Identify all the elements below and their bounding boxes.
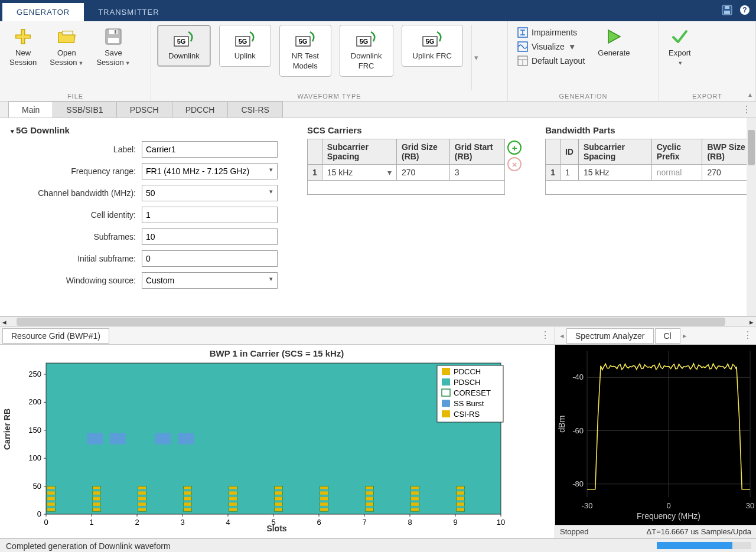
svg-rect-75 [366, 500, 374, 502]
svg-rect-79 [411, 489, 419, 491]
5g-icon: 5G [421, 30, 444, 48]
svg-rect-127 [442, 378, 450, 386]
export-button[interactable]: Export▼ [665, 25, 695, 70]
chart-ylabel: Carrier RB [2, 409, 12, 450]
resource-grid-chart: 050100150200250012345678910PDCCHPDSCHCOR… [5, 361, 549, 532]
waveform-more-button[interactable]: ▾ [471, 25, 481, 90]
svg-rect-74 [366, 495, 374, 497]
tab-transmitter[interactable]: TRANSMITTER [84, 3, 173, 21]
bwp-table-title: Bandwidth Parts [545, 125, 756, 135]
svg-text:PDCCH: PDCCH [454, 367, 481, 376]
add-row-button[interactable]: + [507, 141, 522, 155]
delete-row-button[interactable]: × [507, 157, 522, 171]
spectrum-tab[interactable]: Spectrum Analyzer [566, 328, 654, 344]
tab-menu-icon[interactable]: ⋮ [742, 104, 751, 115]
svg-rect-133 [442, 410, 450, 417]
svg-rect-135 [555, 345, 756, 525]
waveform-downlink-button[interactable]: 5G Downlink [157, 25, 211, 67]
spectrum-status-left: Stopped [560, 527, 588, 536]
svg-text:5G: 5G [238, 38, 247, 45]
waveform-nr-test-button[interactable]: 5G NR Test Models [279, 25, 331, 77]
new-session-button[interactable]: New Session [6, 25, 40, 70]
spectrum-tab2[interactable]: Cl [655, 328, 680, 344]
sub-tab-ssb[interactable]: SSB/SIB1 [53, 102, 116, 117]
svg-rect-63 [275, 500, 283, 502]
svg-rect-46 [138, 506, 146, 508]
svg-text:-80: -80 [572, 479, 584, 488]
sub-tab-pdcch[interactable]: PDCCH [172, 102, 229, 117]
generate-button[interactable]: Generate [594, 25, 633, 60]
svg-rect-81 [411, 500, 419, 502]
plus-icon [14, 27, 32, 46]
svg-text:5G: 5G [298, 38, 307, 45]
generation-group-label: GENERATION [514, 90, 653, 100]
svg-rect-125 [442, 368, 450, 375]
collapse-ribbon-button[interactable]: ▴ [748, 90, 752, 99]
svg-rect-70 [320, 506, 328, 508]
open-session-button[interactable]: Open Session▼ [46, 25, 87, 70]
svg-text:-40: -40 [572, 373, 584, 381]
svg-text:SS Burst: SS Burst [454, 399, 484, 408]
resource-grid-menu-icon[interactable]: ⋮ [540, 329, 550, 341]
visualize-button[interactable]: Visualize▼ [517, 41, 585, 52]
floppy-icon [104, 27, 123, 46]
save-icon[interactable] [721, 4, 734, 17]
cell-id-input[interactable] [142, 207, 278, 223]
svg-rect-76 [366, 506, 374, 508]
spectrum-chart: -80-60-40-30030dBmFrequency (MHz) [555, 345, 756, 525]
svg-rect-2 [725, 6, 729, 9]
spectrum-status-right: ΔT=16.6667 us Samples/Upda [647, 527, 751, 536]
svg-text:8: 8 [408, 518, 412, 527]
spectrum-menu-icon[interactable]: ⋮ [743, 329, 752, 341]
bwp-table[interactable]: IDSubcarrier SpacingCyclic PrefixBWP Siz… [545, 139, 756, 195]
svg-text:2: 2 [135, 518, 139, 527]
layout-icon [517, 55, 528, 66]
prev-panel-icon[interactable]: ◂ [558, 331, 566, 340]
svg-text:0: 0 [44, 518, 48, 527]
svg-text:10: 10 [497, 518, 505, 527]
svg-rect-33 [47, 500, 56, 502]
svg-text:5G: 5G [425, 38, 434, 45]
svg-text:-60: -60 [572, 426, 584, 435]
sub-tab-csirs[interactable]: CSI-RS [227, 102, 282, 117]
tab-generator[interactable]: GENERATOR [2, 3, 84, 21]
waveform-uplink-button[interactable]: 5G Uplink [219, 25, 271, 67]
5g-icon: 5G [354, 30, 378, 48]
svg-rect-45 [138, 500, 146, 502]
table-row[interactable]: 115 kHz ▾2703 [308, 165, 505, 181]
sub-tab-pdsch[interactable]: PDSCH [116, 102, 172, 117]
svg-rect-55 [229, 489, 237, 491]
help-icon[interactable]: ? [738, 4, 751, 17]
svg-text:1: 1 [89, 518, 93, 527]
svg-rect-50 [184, 495, 192, 497]
scs-table[interactable]: Subcarrier SpacingGrid Size (RB)Grid Sta… [307, 139, 505, 195]
horiz-scrollbar[interactable]: ◂ ▸ [0, 316, 756, 327]
svg-rect-85 [457, 489, 465, 491]
vert-scrollbar[interactable] [747, 118, 756, 316]
init-subframe-input[interactable] [142, 250, 278, 267]
svg-text:6: 6 [317, 518, 321, 527]
waveform-uplink-frc-button[interactable]: 5G Uplink FRC [402, 25, 463, 67]
sub-tab-main[interactable]: Main [8, 102, 53, 117]
subframes-input[interactable] [142, 228, 278, 245]
next-panel-icon[interactable]: ▸ [680, 331, 689, 340]
subframes-label: Subframes: [11, 232, 142, 241]
freq-range-select[interactable]: FR1 (410 MHz - 7.125 GHz) [142, 163, 278, 179]
resource-grid-tab[interactable]: Resource Grid (BWP#1) [2, 328, 109, 344]
svg-text:5G: 5G [177, 38, 186, 45]
progress-bar [657, 542, 751, 549]
svg-text:9: 9 [453, 518, 457, 527]
waveform-downlink-frc-button[interactable]: 5G Downlink FRC [340, 25, 393, 77]
svg-text:?: ? [742, 6, 747, 14]
impairments-button[interactable]: Impairments [517, 27, 585, 38]
table-row[interactable]: 1115 kHznormal270 [546, 165, 756, 181]
5g-icon: 5G [233, 30, 257, 48]
save-session-button[interactable]: Save Session▼ [93, 25, 133, 70]
default-layout-button[interactable]: Default Layout [517, 55, 585, 66]
svg-text:200: 200 [28, 397, 41, 406]
svg-text:30: 30 [746, 501, 754, 509]
label-input[interactable] [142, 141, 278, 158]
windowing-select[interactable]: Custom [142, 272, 278, 289]
channel-bw-label: Channel bandwidth (MHz): [11, 188, 142, 198]
channel-bw-select[interactable]: 50 [142, 185, 278, 201]
